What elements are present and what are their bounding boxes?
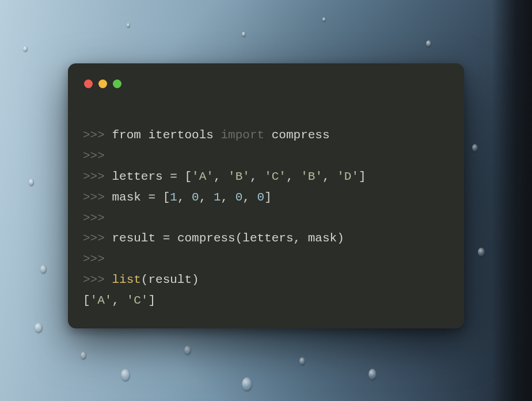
bracket-close: ]: [264, 191, 272, 204]
paren-open: (: [141, 273, 149, 286]
repl-prompt: >>>: [83, 128, 112, 142]
code-line: >>> letters = ['A', 'B', 'C', 'B', 'D']: [83, 170, 366, 183]
window-traffic-lights: [84, 80, 449, 88]
variable: result: [112, 232, 155, 245]
argument: letters: [242, 232, 293, 245]
bracket-close: ]: [148, 294, 155, 307]
code-line: >>> from itertools import compress: [83, 128, 330, 142]
repl-prompt: >>>: [83, 252, 105, 266]
code-line: >>>: [83, 211, 105, 225]
operator-equals: =: [163, 232, 170, 245]
keyword-from: from: [112, 128, 140, 142]
number-literal: 1: [214, 191, 221, 204]
maximize-icon[interactable]: [113, 80, 121, 88]
module-name: itertools: [148, 128, 213, 142]
repl-prompt: >>>: [83, 149, 105, 162]
bracket-close: ]: [359, 170, 366, 183]
string-literal: 'B': [301, 170, 322, 183]
repl-prompt: >>>: [83, 191, 112, 204]
code-line: >>>: [83, 252, 105, 266]
terminal-window: >>> from itertools import compress >>> >…: [68, 63, 464, 328]
code-line: >>> list(result): [83, 273, 199, 286]
string-literal: 'A': [192, 170, 214, 183]
string-literal: 'B': [228, 170, 250, 183]
keyword-import: import: [221, 128, 264, 142]
repl-prompt: >>>: [83, 211, 105, 225]
repl-prompt: >>>: [83, 170, 112, 183]
code-line: >>>: [83, 149, 105, 162]
paren-close: ): [337, 232, 344, 245]
number-literal: 0: [257, 191, 265, 204]
bracket-open: [: [184, 170, 192, 183]
minimize-icon[interactable]: [98, 80, 107, 88]
repl-prompt: >>>: [83, 273, 112, 286]
string-literal: 'D': [337, 170, 359, 183]
function-call: compress: [177, 232, 235, 245]
imported-name: compress: [272, 128, 330, 142]
number-literal: 0: [192, 191, 199, 204]
dark-right-edge: [492, 0, 532, 401]
number-literal: 0: [235, 191, 243, 204]
code-line: >>> result = compress(letters, mask): [83, 232, 344, 245]
bracket-open: [: [163, 191, 170, 204]
variable: mask: [112, 191, 140, 204]
builtin-call: list: [112, 273, 140, 286]
string-literal: 'C': [264, 170, 286, 183]
bracket-open: [: [83, 294, 90, 307]
paren-close: ): [192, 273, 199, 286]
code-line: ['A', 'C']: [83, 294, 155, 307]
operator-equals: =: [148, 191, 155, 204]
operator-equals: =: [170, 170, 177, 183]
close-icon[interactable]: [84, 80, 93, 88]
code-block: >>> from itertools import compress >>> >…: [83, 104, 449, 311]
string-literal: 'A': [90, 294, 112, 307]
repl-prompt: >>>: [83, 232, 112, 245]
string-literal: 'C': [127, 294, 149, 307]
code-line: >>> mask = [1, 0, 1, 0, 0]: [83, 191, 272, 204]
number-literal: 1: [170, 191, 177, 204]
variable: letters: [112, 170, 162, 183]
paren-open: (: [235, 232, 243, 245]
argument: result: [148, 273, 192, 286]
argument: mask: [308, 232, 337, 245]
